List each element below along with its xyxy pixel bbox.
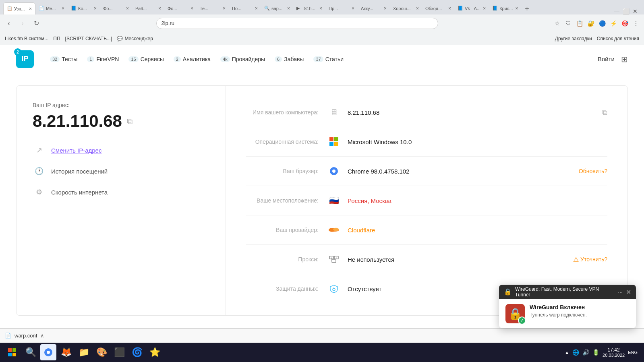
tab-kris[interactable]: 📘 Крис... × bbox=[489, 2, 521, 14]
tab-obh[interactable]: Обход... × bbox=[422, 2, 454, 14]
forward-button[interactable]: › bbox=[17, 18, 28, 29]
address-input[interactable]: 2ip.ru bbox=[156, 18, 438, 29]
tab-label: Крис... bbox=[499, 6, 513, 11]
bookmark-star-icon[interactable]: ☆ bbox=[552, 19, 562, 28]
tab-close-icon[interactable]: × bbox=[515, 6, 518, 11]
copy-computer-button[interactable]: ⧉ bbox=[602, 108, 607, 117]
notification-close-icon[interactable]: ✕ bbox=[626, 288, 631, 296]
tab-pr[interactable]: Пр... × bbox=[325, 2, 358, 14]
login-button[interactable]: Войти bbox=[598, 56, 615, 62]
taskbar-folder-icon[interactable]: 📁 bbox=[76, 344, 92, 360]
action-items: ↗ Сменить IP-адрес 🕐 История посещений ⚙… bbox=[33, 144, 209, 199]
tab-akk[interactable]: Акку... × bbox=[358, 2, 390, 14]
reload-button[interactable]: ↻ bbox=[31, 18, 42, 29]
tab-close-icon[interactable]: × bbox=[158, 6, 161, 11]
tab-favicon: 📄 bbox=[39, 6, 44, 11]
svg-point-21 bbox=[47, 351, 50, 354]
address-text: 2ip.ru bbox=[162, 20, 175, 26]
download-chevron-icon[interactable]: ∧ bbox=[40, 333, 44, 339]
tab-close-icon[interactable]: × bbox=[287, 6, 290, 11]
nav-providers[interactable]: 4k Провайдеры bbox=[220, 54, 265, 64]
tab-vk[interactable]: 📘 Vk - А... × bbox=[454, 2, 489, 14]
provider-value[interactable]: Cloudflare bbox=[348, 227, 607, 234]
taskbar-firefox-icon[interactable]: 🦊 bbox=[58, 344, 74, 360]
close-button[interactable]: ✕ bbox=[633, 8, 638, 14]
tab-hor[interactable]: Хорош... × bbox=[390, 2, 422, 14]
bookmark-likes[interactable]: Likes.fm В систем... bbox=[5, 36, 48, 41]
proxy-action-text[interactable]: Уточнить? bbox=[580, 256, 607, 263]
nav-analytics[interactable]: 2 Аналитика bbox=[174, 54, 211, 64]
tab-close-icon[interactable]: × bbox=[126, 6, 129, 11]
browser-update-link[interactable]: Обновить? bbox=[579, 168, 607, 174]
extension-icon-4[interactable]: 🔵 bbox=[597, 19, 607, 28]
taskbar-app2-icon[interactable]: 🌀 bbox=[129, 344, 145, 360]
tab-close-icon[interactable]: × bbox=[416, 6, 419, 11]
extension-icon-2[interactable]: 📋 bbox=[575, 19, 584, 28]
tab-close-icon[interactable]: × bbox=[29, 6, 32, 12]
notification-more-icon[interactable]: ··· bbox=[618, 289, 623, 295]
tab-close-icon[interactable]: × bbox=[448, 6, 451, 11]
proxy-action[interactable]: ⚠ Уточнить? bbox=[573, 256, 607, 263]
tab-label: Узн... bbox=[14, 6, 27, 11]
tab-close-icon[interactable]: × bbox=[483, 6, 486, 11]
bookmark-other[interactable]: Другие закладки bbox=[555, 36, 592, 41]
tab-ko[interactable]: 📘 Ко... × bbox=[68, 2, 100, 14]
download-file-icon: 📄 bbox=[5, 333, 11, 339]
taskbar-app3-icon[interactable]: ⭐ bbox=[147, 344, 163, 360]
taskbar-chrome-icon[interactable] bbox=[40, 344, 56, 360]
location-value[interactable]: Россия, Москва bbox=[348, 197, 607, 204]
back-button[interactable]: ‹ bbox=[3, 18, 14, 29]
taskbar-search-icon[interactable]: 🔍 bbox=[23, 344, 39, 360]
location-label: Ваше местоположение: bbox=[246, 197, 327, 204]
change-ip-link[interactable]: Сменить IP-адрес bbox=[51, 147, 101, 154]
address-icons: ☆ 🛡 📋 🔐 🔵 ⚡ 🎯 ⋮ bbox=[552, 19, 641, 28]
nav-fun[interactable]: 6 Забавы bbox=[275, 54, 304, 64]
speed-icon: ⚙ bbox=[33, 186, 46, 199]
tab-close-icon[interactable]: × bbox=[191, 6, 193, 11]
tab-s1h[interactable]: ▶ S1h... × bbox=[293, 2, 325, 14]
tab-me[interactable]: 📄 Ме... × bbox=[35, 2, 68, 14]
new-tab-button[interactable]: + bbox=[522, 3, 533, 14]
tab-close-icon[interactable]: × bbox=[319, 6, 322, 11]
tab-close-icon[interactable]: × bbox=[223, 6, 226, 11]
tab-po[interactable]: По... × bbox=[229, 2, 261, 14]
tab-var[interactable]: 🔍 вар... × bbox=[261, 2, 293, 14]
bookmark-messenger[interactable]: 💬 Мессенджер bbox=[117, 36, 153, 41]
start-button[interactable] bbox=[3, 344, 21, 360]
nav-tests[interactable]: 32 Тесты bbox=[50, 54, 77, 64]
site-logo[interactable]: 2 IP bbox=[16, 50, 34, 68]
taskbar-app1-icon[interactable]: 🎨 bbox=[93, 344, 110, 360]
bookmark-script[interactable]: [SCRIPT СКАЧАТЬ...] bbox=[65, 36, 112, 41]
tab-fo1[interactable]: Фо... × bbox=[100, 2, 132, 14]
nav-badge: 6 bbox=[275, 56, 282, 62]
nav-articles[interactable]: 37 Статьи bbox=[313, 54, 344, 64]
tab-te[interactable]: Те... × bbox=[197, 2, 229, 14]
nav-services[interactable]: 15 Сервисы bbox=[128, 54, 164, 64]
svg-rect-17 bbox=[12, 348, 16, 352]
history-item[interactable]: 🕐 История посещений bbox=[33, 165, 209, 178]
restore-button[interactable]: ⬜ bbox=[623, 8, 630, 14]
copy-ip-button[interactable]: ⧉ bbox=[127, 117, 133, 126]
tab-close-icon[interactable]: × bbox=[62, 6, 64, 11]
extension-icon-5[interactable]: ⚡ bbox=[609, 19, 618, 28]
bookmark-reading-list[interactable]: Список для чтения bbox=[597, 36, 639, 41]
extension-icon-1[interactable]: 🛡 bbox=[563, 19, 573, 28]
bookmark-pp[interactable]: ПП bbox=[53, 36, 60, 41]
tab-fo2[interactable]: Фо... × bbox=[164, 2, 197, 14]
speed-item[interactable]: ⚙ Скорость интернета bbox=[33, 186, 209, 199]
nav-finevpn[interactable]: 1 FineVPN bbox=[87, 54, 119, 64]
minimize-button[interactable]: — bbox=[614, 8, 619, 14]
grid-icon[interactable]: ⊞ bbox=[621, 54, 628, 64]
tab-close-icon[interactable]: × bbox=[352, 6, 354, 11]
tab-close-icon[interactable]: × bbox=[94, 6, 97, 11]
change-ip-item[interactable]: ↗ Сменить IP-адрес bbox=[33, 144, 209, 157]
taskbar-terminal-icon[interactable]: ⬛ bbox=[111, 344, 127, 360]
tab-rab[interactable]: Ра6... × bbox=[132, 2, 164, 14]
tab-favicon: ▶ bbox=[296, 6, 302, 11]
extension-icon-3[interactable]: 🔐 bbox=[586, 19, 596, 28]
extension-icon-6[interactable]: 🎯 bbox=[620, 19, 630, 28]
tab-close-icon[interactable]: × bbox=[384, 6, 387, 11]
tab-close-icon[interactable]: × bbox=[255, 6, 258, 11]
tab-active[interactable]: 📋 Узн... × bbox=[3, 2, 35, 14]
more-button[interactable]: ⋮ bbox=[631, 19, 641, 28]
